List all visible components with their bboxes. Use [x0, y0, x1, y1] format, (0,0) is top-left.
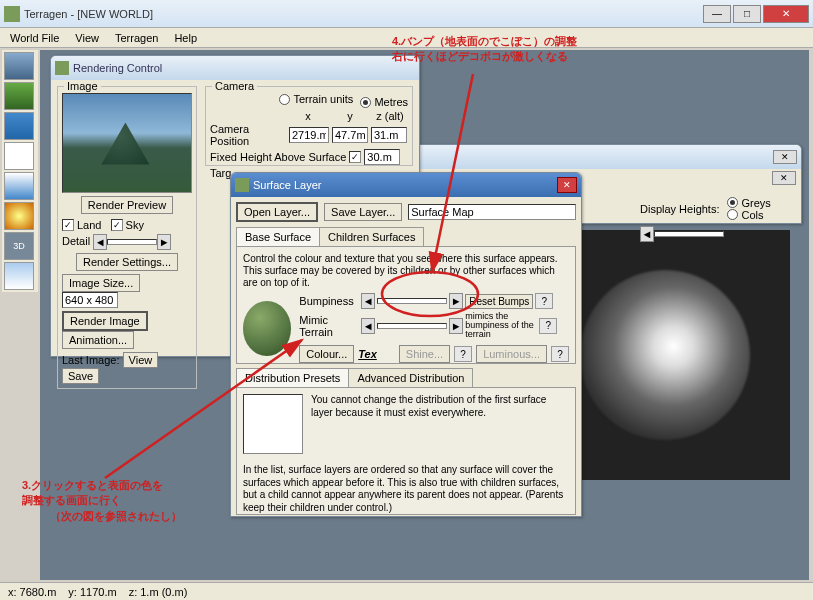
reset-bumps-button[interactable]: Reset Bumps — [465, 294, 533, 309]
surface-layer-window: Surface Layer ✕ Open Layer... Save Layer… — [230, 172, 582, 517]
minimize-button[interactable]: — — [703, 5, 731, 23]
colour-button[interactable]: Colour... — [299, 345, 354, 363]
camera-fieldset: Camera Terrain units Metres x y z (alt) … — [205, 86, 413, 166]
close-button[interactable]: ✕ — [763, 5, 809, 23]
app-icon — [4, 6, 20, 22]
image-fieldset: Image Render Preview ✓Land ✓Sky Detail ◄… — [57, 86, 197, 389]
bump-right[interactable]: ► — [449, 293, 463, 309]
last-view-button[interactable]: View — [123, 352, 159, 368]
app-titlebar: Terragen - [NEW WORLD] — □ ✕ — [0, 0, 813, 28]
dist-preview — [243, 394, 303, 454]
tool-cloud-icon[interactable] — [4, 262, 34, 290]
radio-terrain-units[interactable]: Terrain units — [279, 93, 353, 105]
landscape-close2[interactable]: ✕ — [772, 171, 796, 185]
maximize-button[interactable]: □ — [733, 5, 761, 23]
tool-gradient-icon[interactable] — [4, 172, 34, 200]
land-checkbox[interactable]: ✓Land — [62, 219, 101, 231]
base-surface-panel: Control the colour and texture that you … — [236, 246, 576, 364]
status-x: x: 7680.m — [8, 586, 56, 598]
lum-help[interactable]: ? — [551, 346, 569, 362]
render-preview-button[interactable]: Render Preview — [81, 196, 173, 214]
rendering-window-title: Rendering Control — [73, 62, 415, 74]
preview-image — [62, 93, 192, 193]
tool-palette: 3D — [2, 50, 38, 292]
tab-dist-presets[interactable]: Distribution Presets — [236, 368, 349, 387]
tab-children-surfaces[interactable]: Children Surfaces — [319, 227, 424, 246]
open-layer-button[interactable]: Open Layer... — [236, 202, 318, 222]
tool-water-icon[interactable] — [4, 112, 34, 140]
sky-checkbox[interactable]: ✓Sky — [111, 219, 144, 231]
landscape-window-close[interactable]: ✕ — [773, 150, 797, 164]
rendering-window-icon — [55, 61, 69, 75]
surface-map-field[interactable] — [408, 204, 576, 220]
slider-left-icon[interactable]: ◄ — [640, 226, 654, 242]
tool-sky-icon[interactable] — [4, 142, 34, 170]
tab-base-surface[interactable]: Base Surface — [236, 227, 320, 246]
heightmap-blob — [580, 270, 750, 440]
texture-preview — [243, 301, 291, 356]
menu-view[interactable]: View — [69, 30, 105, 46]
bumpiness-slider[interactable] — [377, 298, 447, 304]
shine-help[interactable]: ? — [454, 346, 472, 362]
mimic-right[interactable]: ► — [449, 318, 463, 334]
fixed-height-check[interactable]: ✓ — [349, 151, 361, 163]
menu-worldfile[interactable]: World File — [4, 30, 65, 46]
surface-window-title: Surface Layer — [253, 179, 553, 191]
status-z: z: 1.m (0.m) — [129, 586, 188, 598]
app-title: Terragen - [NEW WORLD] — [24, 8, 703, 20]
render-settings-button[interactable]: Render Settings... — [76, 253, 178, 271]
cam-y[interactable] — [332, 127, 368, 143]
detail-slider[interactable] — [107, 239, 157, 245]
mimic-slider[interactable] — [377, 323, 447, 329]
bump-help[interactable]: ? — [535, 293, 553, 309]
tool-3d-icon[interactable]: 3D — [4, 232, 34, 260]
mimic-left[interactable]: ◄ — [361, 318, 375, 334]
last-save-button[interactable]: Save — [62, 368, 99, 384]
distribution-panel: You cannot change the distribution of th… — [236, 387, 576, 515]
tool-landscape-icon[interactable] — [4, 52, 34, 80]
menubar: World File View Terragen Help — [0, 28, 813, 48]
save-layer-button[interactable]: Save Layer... — [324, 203, 402, 221]
radio-metres[interactable]: Metres — [360, 96, 408, 108]
bump-left[interactable]: ◄ — [361, 293, 375, 309]
cam-z[interactable] — [371, 127, 407, 143]
status-y: y: 1170.m — [68, 586, 116, 598]
status-bar: x: 7680.m y: 1170.m z: 1.m (0.m) — [0, 582, 813, 600]
tab-adv-dist[interactable]: Advanced Distribution — [348, 368, 473, 387]
tex-link[interactable]: Tex — [358, 348, 377, 360]
tool-sun-icon[interactable] — [4, 202, 34, 230]
radio-greys[interactable]: Greys — [727, 197, 770, 209]
mimic-help[interactable]: ? — [539, 318, 557, 334]
animation-button[interactable]: Animation... — [62, 331, 134, 349]
surface-window-icon — [235, 178, 249, 192]
menu-help[interactable]: Help — [168, 30, 203, 46]
base-desc: Control the colour and texture that you … — [243, 253, 569, 289]
cam-x[interactable] — [289, 127, 329, 143]
dist-desc2: In the list, surface layers are ordered … — [243, 464, 569, 514]
shine-button[interactable]: Shine... — [399, 345, 450, 363]
detail-right[interactable]: ► — [157, 234, 171, 250]
tool-mountain-icon[interactable] — [4, 82, 34, 110]
surface-window-close[interactable]: ✕ — [557, 177, 577, 193]
luminous-button[interactable]: Luminous... — [476, 345, 547, 363]
fixed-height-val[interactable] — [364, 149, 400, 165]
image-size-value[interactable] — [62, 292, 118, 308]
radio-cols[interactable]: Cols — [727, 209, 763, 221]
display-heights-group: ✕ Display Heights: Greys Cols ◄ — [640, 195, 771, 242]
dist-desc1: You cannot change the distribution of th… — [311, 394, 569, 454]
height-slider[interactable] — [654, 231, 724, 237]
display-heights-label: Display Heights: — [640, 203, 719, 215]
menu-terragen[interactable]: Terragen — [109, 30, 164, 46]
render-image-button[interactable]: Render Image — [62, 311, 148, 331]
image-size-button[interactable]: Image Size... — [62, 274, 140, 292]
detail-left[interactable]: ◄ — [93, 234, 107, 250]
